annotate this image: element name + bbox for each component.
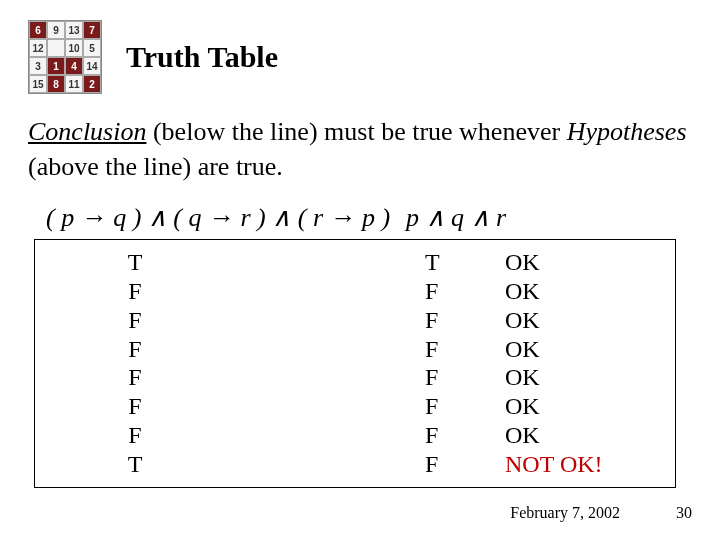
tt-col-b: F <box>425 392 465 421</box>
slide-title: Truth Table <box>126 40 278 74</box>
tt-col-a: F <box>35 277 235 306</box>
spacer <box>465 277 505 306</box>
magic-square-cell <box>47 39 65 57</box>
tt-col-a: T <box>35 450 235 479</box>
footer-date: February 7, 2002 <box>510 504 620 522</box>
body-text-part1: (below the line) must be true whenever <box>146 117 566 146</box>
body-text-part2: (above the line) are true. <box>28 152 283 181</box>
magic-square-cell: 6 <box>29 21 47 39</box>
tt-col-b: F <box>425 450 465 479</box>
spacer <box>235 277 425 306</box>
conclusion-label: Conclusion <box>28 117 146 146</box>
table-row: TTOK <box>35 248 675 277</box>
spacer <box>465 392 505 421</box>
formula-row: ( p → q ) ∧ ( q → r ) ∧ ( r → p ) p ∧ q … <box>28 196 692 239</box>
table-row: FFOK <box>35 392 675 421</box>
header: 691371210531414158112 Truth Table <box>28 20 692 94</box>
tt-col-a: F <box>35 306 235 335</box>
tt-col-b: F <box>425 421 465 450</box>
tt-result-ok: OK <box>505 248 665 277</box>
hypotheses-label: Hypotheses <box>567 117 687 146</box>
magic-square-icon: 691371210531414158112 <box>28 20 102 94</box>
spacer <box>235 335 425 364</box>
tt-result-ok: OK <box>505 335 665 364</box>
magic-square-cell: 10 <box>65 39 83 57</box>
tt-col-b: F <box>425 306 465 335</box>
magic-square-cell: 7 <box>83 21 101 39</box>
truth-table-box: TTOKFFOKFFOKFFOKFFOKFFOKFFOKTFNOT OK! <box>34 239 676 487</box>
spacer <box>465 335 505 364</box>
table-row: FFOK <box>35 277 675 306</box>
tt-col-a: F <box>35 392 235 421</box>
tt-result-notok: NOT OK! <box>505 450 665 479</box>
tt-col-a: F <box>35 363 235 392</box>
formula-left: ( p → q ) ∧ ( q → r ) ∧ ( r → p ) <box>46 202 406 233</box>
magic-square-cell: 9 <box>47 21 65 39</box>
footer: February 7, 2002 30 <box>510 504 692 522</box>
magic-square-cell: 15 <box>29 75 47 93</box>
spacer <box>465 306 505 335</box>
footer-page: 30 <box>676 504 692 522</box>
magic-square-cell: 1 <box>47 57 65 75</box>
tt-col-b: F <box>425 277 465 306</box>
tt-col-a: F <box>35 421 235 450</box>
tt-col-b: F <box>425 335 465 364</box>
magic-square-cell: 4 <box>65 57 83 75</box>
formula-right: p ∧ q ∧ r <box>406 202 546 233</box>
tt-result-ok: OK <box>505 363 665 392</box>
spacer <box>465 450 505 479</box>
magic-square-cell: 11 <box>65 75 83 93</box>
tt-result-ok: OK <box>505 277 665 306</box>
spacer <box>235 392 425 421</box>
magic-square-cell: 14 <box>83 57 101 75</box>
table-row: TFNOT OK! <box>35 450 675 479</box>
magic-square-cell: 3 <box>29 57 47 75</box>
tt-result-ok: OK <box>505 306 665 335</box>
spacer <box>235 306 425 335</box>
spacer <box>235 363 425 392</box>
tt-result-ok: OK <box>505 421 665 450</box>
tt-result-ok: OK <box>505 392 665 421</box>
magic-square-cell: 2 <box>83 75 101 93</box>
tt-col-b: T <box>425 248 465 277</box>
magic-square-cell: 12 <box>29 39 47 57</box>
spacer <box>235 248 425 277</box>
table-row: FFOK <box>35 335 675 364</box>
tt-col-a: F <box>35 335 235 364</box>
table-row: FFOK <box>35 306 675 335</box>
spacer <box>235 421 425 450</box>
tt-col-b: F <box>425 363 465 392</box>
tt-col-a: T <box>35 248 235 277</box>
table-row: FFOK <box>35 363 675 392</box>
spacer <box>465 363 505 392</box>
magic-square-cell: 13 <box>65 21 83 39</box>
spacer <box>465 248 505 277</box>
body-text: Conclusion (below the line) must be true… <box>28 114 692 184</box>
table-row: FFOK <box>35 421 675 450</box>
spacer <box>465 421 505 450</box>
spacer <box>235 450 425 479</box>
magic-square-cell: 5 <box>83 39 101 57</box>
magic-square-cell: 8 <box>47 75 65 93</box>
